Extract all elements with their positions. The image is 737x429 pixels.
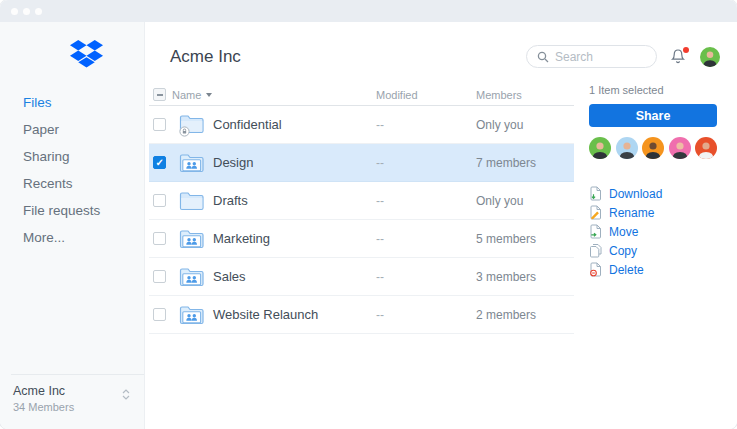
table-row[interactable]: Drafts -- Only you bbox=[149, 182, 574, 220]
table-row[interactable]: Sales -- 3 members bbox=[149, 258, 574, 296]
member-avatar[interactable] bbox=[669, 137, 691, 159]
file-name-link[interactable]: Sales bbox=[213, 269, 376, 284]
file-modified: -- bbox=[376, 232, 476, 246]
copy-icon bbox=[589, 243, 602, 258]
notifications-button[interactable] bbox=[670, 48, 687, 66]
sidebar-item-paper[interactable]: Paper bbox=[0, 116, 144, 143]
sidebar: Files Paper Sharing Recents File request… bbox=[0, 22, 145, 429]
member-avatars bbox=[589, 137, 717, 159]
file-name-link[interactable]: Drafts bbox=[213, 193, 376, 208]
page-title: Acme Inc bbox=[170, 47, 241, 67]
sidebar-item-more[interactable]: More... bbox=[0, 224, 144, 251]
rename-icon bbox=[589, 205, 602, 220]
delete-action[interactable]: Delete bbox=[589, 260, 717, 279]
window-titlebar bbox=[0, 0, 737, 22]
column-header-name[interactable]: Name bbox=[172, 89, 376, 101]
sidebar-item-file-requests[interactable]: File requests bbox=[0, 197, 144, 224]
team-member-count: 34 Members bbox=[13, 401, 132, 413]
member-avatar[interactable] bbox=[695, 137, 717, 159]
download-icon bbox=[589, 186, 602, 201]
row-checkbox[interactable] bbox=[153, 156, 166, 169]
detail-panel: 1 Item selected Share bbox=[589, 84, 717, 279]
row-checkbox[interactable] bbox=[153, 118, 166, 131]
search-input[interactable] bbox=[555, 50, 645, 64]
search-box[interactable] bbox=[526, 45, 657, 68]
row-checkbox[interactable] bbox=[153, 194, 166, 207]
window-control-close[interactable] bbox=[11, 8, 18, 15]
sort-caret-icon bbox=[206, 93, 212, 97]
download-action[interactable]: Download bbox=[589, 184, 717, 203]
table-row[interactable]: Marketing -- 5 members bbox=[149, 220, 574, 258]
action-list: Download Rename bbox=[589, 184, 717, 279]
row-checkbox[interactable] bbox=[153, 308, 166, 321]
move-action[interactable]: Move bbox=[589, 222, 717, 241]
window-control-maximize[interactable] bbox=[35, 8, 42, 15]
app-window: Files Paper Sharing Recents File request… bbox=[0, 0, 737, 429]
main-content: Acme Inc bbox=[145, 22, 737, 429]
chevron-up-down-icon bbox=[122, 389, 130, 400]
table-row[interactable]: Design -- 7 members bbox=[149, 144, 574, 182]
share-button[interactable]: Share bbox=[589, 104, 717, 127]
sidebar-item-sharing[interactable]: Sharing bbox=[0, 143, 144, 170]
file-members: Only you bbox=[476, 118, 574, 132]
file-modified: -- bbox=[376, 270, 476, 284]
file-name-link[interactable]: Design bbox=[213, 155, 376, 170]
column-header-modified: Modified bbox=[376, 89, 476, 101]
row-checkbox[interactable] bbox=[153, 232, 166, 245]
delete-icon bbox=[589, 262, 602, 277]
file-members: Only you bbox=[476, 194, 574, 208]
move-icon bbox=[589, 224, 602, 239]
column-header-members: Members bbox=[476, 89, 574, 101]
file-modified: -- bbox=[376, 156, 476, 170]
row-checkbox[interactable] bbox=[153, 270, 166, 283]
folder-icon bbox=[178, 190, 205, 212]
user-avatar[interactable] bbox=[700, 47, 720, 67]
file-members: 3 members bbox=[476, 270, 574, 284]
file-name-link[interactable]: Confidential bbox=[213, 117, 376, 132]
team-name: Acme Inc bbox=[13, 384, 132, 398]
selection-status: 1 Item selected bbox=[589, 84, 717, 96]
shared-folder-icon bbox=[178, 266, 205, 288]
member-avatar[interactable] bbox=[589, 137, 611, 159]
dropbox-logo-icon[interactable] bbox=[70, 40, 144, 73]
file-modified: -- bbox=[376, 118, 476, 132]
shared-folder-icon bbox=[178, 304, 205, 326]
team-selector[interactable]: Acme Inc 34 Members bbox=[11, 374, 144, 429]
table-header: Name Modified Members bbox=[149, 84, 574, 106]
file-members: 2 members bbox=[476, 308, 574, 322]
sidebar-nav: Files Paper Sharing Recents File request… bbox=[0, 89, 144, 251]
file-modified: -- bbox=[376, 308, 476, 322]
file-name-link[interactable]: Marketing bbox=[213, 231, 376, 246]
member-avatar[interactable] bbox=[642, 137, 664, 159]
folder-lock-icon bbox=[178, 112, 205, 137]
file-table: Name Modified Members bbox=[149, 84, 574, 334]
file-members: 7 members bbox=[476, 156, 574, 170]
file-name-link[interactable]: Website Relaunch bbox=[213, 307, 376, 322]
sidebar-item-files[interactable]: Files bbox=[0, 89, 144, 116]
copy-action[interactable]: Copy bbox=[589, 241, 717, 260]
notification-badge bbox=[683, 47, 689, 53]
table-row[interactable]: Confidential -- Only you bbox=[149, 106, 574, 144]
window-control-minimize[interactable] bbox=[23, 8, 30, 15]
shared-folder-icon bbox=[178, 228, 205, 250]
table-row[interactable]: Website Relaunch -- 2 members bbox=[149, 296, 574, 334]
shared-folder-icon bbox=[178, 152, 205, 174]
file-modified: -- bbox=[376, 194, 476, 208]
select-all-checkbox[interactable] bbox=[153, 88, 166, 101]
search-icon bbox=[537, 51, 549, 63]
sidebar-item-recents[interactable]: Recents bbox=[0, 170, 144, 197]
rename-action[interactable]: Rename bbox=[589, 203, 717, 222]
member-avatar[interactable] bbox=[616, 137, 638, 159]
file-members: 5 members bbox=[476, 232, 574, 246]
